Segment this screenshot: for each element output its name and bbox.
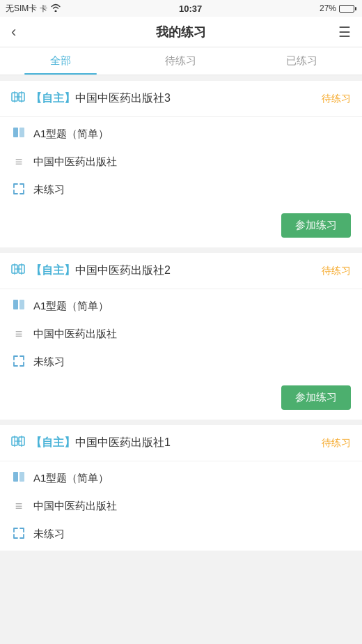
status-time: 10:37 [179, 3, 202, 14]
svg-rect-5 [19, 128, 24, 137]
status-left: 无SIM卡 卡 [6, 3, 61, 15]
back-button[interactable]: ‹ [11, 23, 32, 41]
tab-pending[interactable]: 待练习 [120, 47, 241, 75]
card-2-status: 待练习 [322, 265, 351, 277]
tab-all[interactable]: 全部 [0, 47, 120, 75]
card-3-header: 【自主】中国中医药出版社1 待练习 [0, 425, 362, 461]
card-2-row-1: A1型题（简单） [0, 292, 362, 320]
card-2-publisher: 中国中医药出版社 [33, 328, 117, 341]
card-1-title: 【自主】中国中医药出版社3 [31, 91, 322, 106]
svg-rect-17 [19, 472, 24, 482]
status-right: 27% [320, 3, 356, 13]
expand-icon [11, 183, 26, 197]
card-3-row-2: ≡ 中国中医药出版社 [0, 492, 362, 521]
battery-percent: 27% [320, 3, 336, 13]
card-1-row-3: 未练习 [0, 176, 362, 204]
menu-button[interactable]: ☰ [330, 24, 351, 40]
card-3: 【自主】中国中医药出版社1 待练习 A1型题（简单） ≡ 中国中医药出版社 [0, 425, 362, 551]
card-2-join-button[interactable]: 参加练习 [281, 385, 351, 410]
page-title: 我的练习 [32, 24, 330, 40]
svg-rect-11 [19, 300, 24, 309]
book-icon [11, 127, 26, 141]
book-icon-2 [11, 299, 26, 313]
svg-rect-10 [13, 300, 18, 309]
card-1-status: 待练习 [322, 93, 351, 105]
card-3-status: 待练习 [322, 437, 351, 450]
card-1-body: A1型题（简单） ≡ 中国中医药出版社 未练习 [0, 117, 362, 206]
tab-done[interactable]: 已练习 [242, 47, 362, 75]
card-2-type: A1型题（简单） [33, 300, 109, 313]
card-2-practice-status: 未练习 [33, 355, 65, 369]
header: ‹ 我的练习 ☰ [0, 17, 362, 47]
expand-icon-3 [11, 528, 26, 541]
card-1-type: A1型题（简单） [33, 128, 109, 141]
status-bar: 无SIM卡 卡 10:37 27% [0, 0, 362, 17]
card-1-join-button[interactable]: 参加练习 [281, 213, 351, 238]
card-1-publisher: 中国中医药出版社 [33, 155, 117, 169]
card-2: 【自主】中国中医药出版社2 待练习 A1型题（简单） ≡ 中国中医药出版社 [0, 253, 362, 420]
svg-rect-16 [13, 472, 18, 482]
tab-bar: 全部 待练习 已练习 [0, 47, 362, 75]
card-1: 【自主】中国中医药出版社3 待练习 A1型题（简单） ≡ 中国中医药出版社 [0, 81, 362, 247]
card-2-header-icon [11, 263, 25, 279]
svg-rect-4 [13, 128, 18, 137]
card-1-header-icon [11, 91, 25, 107]
card-3-title: 【自主】中国中医药出版社1 [31, 436, 322, 450]
lines-icon-2: ≡ [11, 327, 26, 342]
card-1-row-2: ≡ 中国中医药出版社 [0, 148, 362, 176]
battery-icon [339, 5, 356, 13]
carrier-text: 无SIM卡 [6, 3, 37, 15]
lines-icon: ≡ [11, 155, 26, 169]
card-3-publisher: 中国中医药出版社 [33, 500, 117, 513]
lines-icon-3: ≡ [11, 499, 26, 514]
card-3-header-icon [11, 435, 25, 451]
card-2-row-2: ≡ 中国中医药出版社 [0, 320, 362, 348]
card-2-row-3: 未练习 [0, 348, 362, 376]
card-1-row-1: A1型题（简单） [0, 120, 362, 148]
card-3-type: A1型题（简单） [33, 472, 109, 485]
sim-icon: 卡 [40, 3, 47, 14]
card-3-practice-status: 未练习 [33, 528, 65, 541]
book-icon-3 [11, 471, 26, 485]
card-1-footer: 参加练习 [0, 206, 362, 247]
card-3-body: A1型题（简单） ≡ 中国中医药出版社 未练习 [0, 461, 362, 551]
wifi-icon [50, 3, 61, 14]
card-2-header: 【自主】中国中医药出版社2 待练习 [0, 253, 362, 289]
expand-icon-2 [11, 355, 26, 369]
card-2-footer: 参加练习 [0, 378, 362, 420]
card-1-header: 【自主】中国中医药出版社3 待练习 [0, 81, 362, 117]
card-2-title: 【自主】中国中医药出版社2 [31, 263, 322, 278]
card-2-body: A1型题（简单） ≡ 中国中医药出版社 未练习 [0, 289, 362, 378]
card-3-row-3: 未练习 [0, 521, 362, 548]
list-container: 【自主】中国中医药出版社3 待练习 A1型题（简单） ≡ 中国中医药出版社 [0, 75, 362, 551]
card-3-row-1: A1型题（简单） [0, 464, 362, 492]
card-1-practice-status: 未练习 [33, 183, 65, 197]
